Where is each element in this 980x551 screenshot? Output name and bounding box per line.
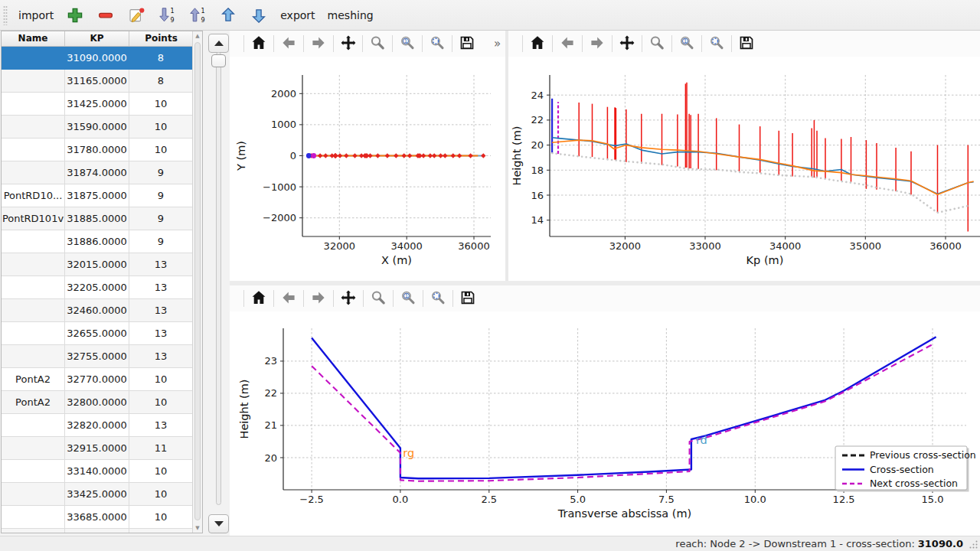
cell-name[interactable] [2,70,65,93]
table-row[interactable]: 32205.000013 [2,276,202,299]
remove-button[interactable] [92,4,119,27]
cell-kp[interactable]: 33140.0000 [65,460,129,483]
table-row[interactable]: 32820.000013 [2,414,202,437]
cell-points[interactable]: 13 [129,345,193,368]
cell-name[interactable] [2,47,65,70]
import-button[interactable]: import [14,4,58,27]
back-button[interactable] [556,33,579,54]
cell-points[interactable]: 13 [129,299,193,322]
zoom-one-button[interactable]: 1 [397,288,420,309]
table-row[interactable]: 31874.00009 [2,161,202,184]
forward-button[interactable] [586,33,609,54]
zoom-one-button[interactable]: 1 [396,33,419,54]
cell-points[interactable]: 10 [129,483,193,506]
column-header-name[interactable]: Name [2,31,65,46]
cell-kp[interactable]: 32915.0000 [65,437,129,460]
cell-name[interactable] [2,139,65,161]
cell-kp[interactable]: 31886.0000 [65,230,129,253]
cell-points[interactable]: 10 [129,116,193,139]
cell-name[interactable] [2,322,65,345]
resize-grip[interactable] [969,540,978,549]
zoom-region-button[interactable] [426,288,449,309]
cell-kp[interactable]: 33425.0000 [65,483,129,506]
cell-name[interactable] [2,299,65,322]
cell-points[interactable]: 9 [129,230,193,253]
cell-kp[interactable]: 31780.0000 [65,139,129,161]
cell-kp[interactable]: 32460.0000 [65,299,129,322]
add-button[interactable] [61,4,89,27]
pan-button[interactable] [337,288,360,309]
cell-kp[interactable]: 31425.0000 [65,93,129,116]
move-up-button[interactable] [214,4,242,27]
cell-points[interactable]: 10 [129,93,193,116]
slider-up-button[interactable] [208,34,229,53]
forward-button[interactable] [307,288,330,309]
cell-name[interactable] [2,529,65,533]
table-row[interactable]: PontA232770.000010 [2,368,202,391]
cell-points[interactable]: 8 [129,47,193,70]
cell-kp[interactable]: 32755.0000 [65,345,129,368]
edit-button[interactable] [122,4,150,27]
longitudinal-profile-chart[interactable]: 3200033000340003500036000141618202224Kp … [508,57,980,281]
cell-kp[interactable]: 31885.0000 [65,207,129,230]
cell-kp[interactable]: 31875.0000 [65,184,129,207]
table-row[interactable]: 33425.000010 [2,483,202,506]
cell-kp[interactable]: 32770.0000 [65,368,129,391]
home-button[interactable] [247,33,270,54]
cell-points[interactable] [129,529,193,533]
cell-points[interactable]: 11 [129,437,193,460]
cell-name[interactable] [2,93,65,116]
table-row[interactable]: PontRD10...31875.00009 [2,184,202,207]
toolbar-overflow-button[interactable]: » [489,36,505,51]
pan-button[interactable] [616,33,639,54]
cell-name[interactable]: PontRD101v [2,207,65,230]
cell-points[interactable]: 13 [129,253,193,276]
cell-name[interactable] [2,345,65,368]
table-row[interactable]: 32915.000011 [2,437,202,460]
cell-name[interactable] [2,506,65,529]
cell-name[interactable]: PontA2 [2,368,65,391]
zoom-one-button[interactable]: 1 [675,33,698,54]
cell-name[interactable] [2,276,65,299]
slider-down-button[interactable] [208,514,229,533]
scrollbar-up-icon[interactable]: ▲ [193,31,202,41]
cell-kp[interactable]: 32800.0000 [65,391,129,414]
cell-points[interactable]: 10 [129,139,193,161]
column-header-points[interactable]: Points [129,31,193,46]
forward-button[interactable] [307,33,330,54]
table-row[interactable]: PontRD101v31885.00009 [2,207,202,230]
cell-kp[interactable]: 32015.0000 [65,253,129,276]
zoom-region-button[interactable] [426,33,449,54]
save-button[interactable] [735,33,758,54]
save-button[interactable] [456,33,479,54]
cell-kp[interactable]: 32820.0000 [65,414,129,437]
cell-points[interactable]: 8 [129,70,193,93]
cell-points[interactable]: 13 [129,414,193,437]
cell-points[interactable]: 10 [129,391,193,414]
zoom-rect-button[interactable] [367,288,390,309]
home-button[interactable] [526,33,549,54]
cell-kp[interactable]: 32655.0000 [65,322,129,345]
table-row[interactable]: 31590.000010 [2,116,202,139]
scrollbar-down-icon[interactable]: ▼ [193,523,202,533]
cell-name[interactable] [2,116,65,139]
table-row[interactable]: 32655.000013 [2,322,202,345]
table-row[interactable]: 32015.000013 [2,253,202,276]
cell-kp[interactable]: 31090.0000 [65,47,129,70]
zoom-rect-button[interactable] [645,33,668,54]
home-button[interactable] [247,288,270,309]
plan-view-chart[interactable]: 320003400036000−2000−1000010002000X (m)Y… [230,57,505,281]
cell-points[interactable]: 9 [129,184,193,207]
cell-name[interactable]: PontRD10... [2,184,65,207]
table-row[interactable]: 31425.000010 [2,93,202,116]
cell-name[interactable] [2,437,65,460]
cell-kp[interactable]: 33685.0000 [65,506,129,529]
cell-points[interactable]: 13 [129,276,193,299]
cell-name[interactable] [2,253,65,276]
table-row[interactable]: 32460.000013 [2,299,202,322]
table-row[interactable] [2,529,202,533]
cell-name[interactable] [2,460,65,483]
scrollbar-thumb[interactable] [194,42,201,520]
sort-up-button[interactable]: 19 [184,4,211,27]
toolbar-drag-handle[interactable] [3,5,8,25]
